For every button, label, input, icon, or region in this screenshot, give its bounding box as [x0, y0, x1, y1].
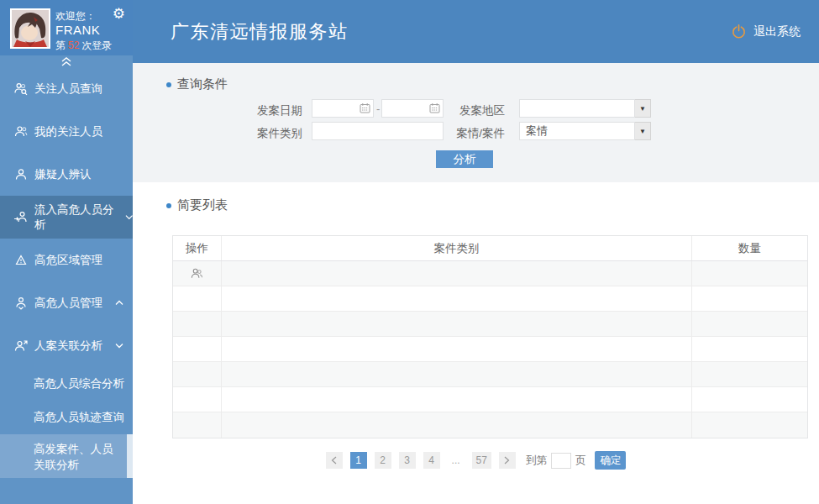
calendar-icon[interactable] [429, 102, 440, 113]
table-row [173, 286, 807, 312]
case-region-dropdown[interactable]: ▼ [519, 99, 651, 118]
logout-label: 退出系统 [753, 24, 801, 39]
sidebar-subitem-trajectory-query[interactable]: 高危人员轨迹查询 [0, 401, 133, 434]
date-range-separator: - [376, 102, 380, 115]
welcome-label: 欢迎您： [55, 9, 96, 24]
top-header: 广东清远情报服务站 退出系统 [133, 0, 819, 63]
bullet-icon [166, 203, 171, 208]
goto-page-input[interactable] [551, 453, 571, 469]
sidebar-subitem-label: 高危人员综合分析 [34, 376, 124, 391]
table-row [173, 362, 807, 387]
calendar-icon[interactable] [360, 102, 370, 113]
person-badge-icon [13, 296, 29, 311]
pager-page-last[interactable]: 57 [472, 452, 491, 469]
logout-button[interactable]: 退出系统 [731, 24, 801, 39]
people-icon[interactable] [190, 266, 204, 281]
sidebar-item-watch-person-query[interactable]: 关注人员查询 [0, 67, 133, 110]
query-section-title: 查询条件 [177, 76, 228, 92]
sidebar: 欢迎您： FRANK 第52次登录 ⚙ 关注人员查询 [0, 0, 133, 504]
gear-icon[interactable]: ⚙ [113, 5, 125, 22]
result-table: 操作 案件类别 数量 [172, 235, 808, 438]
person-link-icon [13, 339, 29, 354]
table-row [173, 261, 807, 286]
login-count-line: 第52次登录 [55, 39, 112, 53]
query-conditions-section: 查询条件 发案日期 - 发案地区 ▼ [133, 63, 819, 182]
sidebar-subitem-label: 高发案件、人员关联分析 [34, 441, 119, 473]
pager-page-3[interactable]: 3 [399, 452, 416, 469]
sidebar-item-label: 关注人员查询 [34, 81, 102, 97]
sidebar-subitem-highfreq-case-person-analysis[interactable]: 高发案件、人员关联分析 [0, 434, 133, 478]
sidebar-item-suspect-identify[interactable]: 嫌疑人辨认 [0, 153, 133, 196]
main-area: 广东清远情报服务站 退出系统 查询条件 发案日期 [133, 0, 819, 504]
goto-page-group: 到第 页 [526, 453, 586, 469]
bullet-icon [166, 82, 171, 87]
pagination: 1 2 3 4 ... 57 到第 页 确定 [133, 451, 819, 470]
case-category-input[interactable] [312, 122, 444, 140]
query-section-heading: 查询条件 [166, 76, 228, 92]
sidebar-menu: 关注人员查询 我的关注人员 嫌疑人辨认 流入高危人 [0, 67, 133, 504]
chevron-down-icon [125, 214, 133, 220]
login-count: 52 [68, 39, 79, 51]
chevron-up-icon [115, 300, 123, 306]
table-row [173, 337, 807, 362]
collapse-profile-button[interactable] [0, 55, 133, 67]
caret-down-icon[interactable]: ▼ [635, 122, 651, 140]
sidebar-item-my-watch-persons[interactable]: 我的关注人员 [0, 110, 133, 153]
case-region-value [519, 99, 635, 118]
list-section-title: 简要列表 [177, 197, 228, 213]
column-header-action: 操作 [173, 236, 222, 260]
case-date-label: 发案日期 [250, 103, 302, 118]
pager-page-1[interactable]: 1 [350, 452, 367, 469]
avatar [10, 8, 50, 49]
row-category-cell [222, 261, 691, 286]
list-section-heading: 简要列表 [166, 197, 228, 213]
case-type-dropdown[interactable]: 案情 ▼ [519, 122, 651, 140]
pager-next-button[interactable] [499, 452, 516, 469]
pager-page-4[interactable]: 4 [423, 452, 440, 469]
profile-panel: 欢迎您： FRANK 第52次登录 ⚙ [0, 0, 133, 55]
case-category-label: 案件类别 [250, 126, 302, 141]
sidebar-item-label: 流入高危人员分析 [34, 202, 121, 233]
table-row [173, 412, 807, 438]
app-window: 欢迎您： FRANK 第52次登录 ⚙ 关注人员查询 [0, 0, 819, 504]
sidebar-item-label: 高危区域管理 [34, 253, 102, 268]
pager-page-2[interactable]: 2 [375, 452, 391, 469]
brief-list-section: 简要列表 操作 案件类别 数量 [133, 182, 819, 504]
pager-ellipsis: ... [448, 452, 465, 469]
row-count-cell [691, 261, 807, 286]
warning-triangle-icon [13, 253, 29, 268]
chevron-down-icon [115, 343, 123, 349]
sidebar-item-label: 嫌疑人辨认 [34, 167, 92, 182]
column-header-count: 数量 [691, 236, 807, 260]
sidebar-subitem-label: 高危人员轨迹查询 [34, 410, 124, 425]
sidebar-item-person-case-analysis[interactable]: 人案关联分析 [0, 324, 133, 367]
people-search-icon [13, 81, 29, 97]
sidebar-item-label: 我的关注人员 [34, 124, 102, 139]
case-date-end-group [381, 99, 444, 118]
case-date-start-group [312, 99, 374, 118]
page-title: 广东清远情报服务站 [171, 19, 349, 45]
case-type-label: 案情/案件 [456, 126, 505, 141]
person-flow-in-icon [13, 210, 29, 225]
goto-suffix-label: 页 [575, 454, 586, 468]
chevron-left-icon [331, 456, 337, 465]
sidebar-item-label: 人案关联分析 [34, 339, 102, 354]
analyze-button[interactable]: 分析 [436, 150, 493, 168]
sidebar-item-label: 高危人员管理 [34, 296, 102, 311]
goto-confirm-button[interactable]: 确定 [595, 451, 626, 470]
person-group-icon [13, 124, 29, 139]
case-type-value: 案情 [519, 122, 635, 140]
chevron-right-icon [504, 456, 510, 465]
table-row [173, 387, 807, 412]
power-icon [731, 24, 747, 39]
caret-down-icon[interactable]: ▼ [635, 99, 651, 118]
table-header-row: 操作 案件类别 数量 [173, 236, 807, 261]
sidebar-item-highrisk-area-mgmt[interactable]: 高危区域管理 [0, 239, 133, 281]
pager-prev-button[interactable] [326, 452, 343, 469]
table-row [173, 312, 807, 337]
goto-prefix-label: 到第 [526, 454, 547, 468]
sidebar-subitem-comprehensive-analysis[interactable]: 高危人员综合分析 [0, 367, 133, 401]
sidebar-item-highrisk-person-mgmt[interactable]: 高危人员管理 [0, 281, 133, 324]
username-label: FRANK [55, 23, 100, 37]
sidebar-item-inflow-highrisk-analysis[interactable]: 流入高危人员分析 [0, 196, 133, 239]
